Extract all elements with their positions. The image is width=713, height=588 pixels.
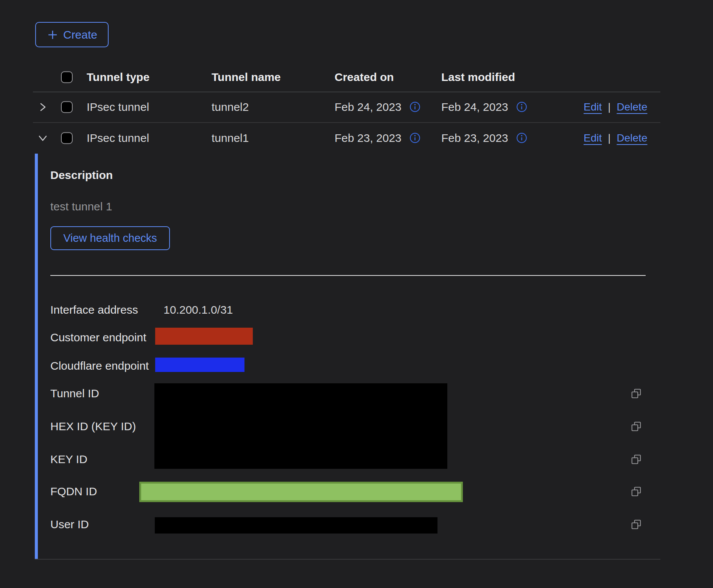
fqdn-id-label: FQDN ID: [50, 485, 97, 497]
delete-link[interactable]: Delete: [617, 101, 648, 113]
copy-tunnel-id-button[interactable]: [629, 387, 643, 400]
info-icon[interactable]: [409, 101, 420, 112]
fqdn-id-redacted-value: [139, 482, 463, 502]
tunnel-type-cell: IPsec tunnel: [87, 132, 149, 145]
interface-address-label: Interface address: [50, 304, 138, 316]
column-header-created-on: Created on: [335, 71, 394, 84]
created-on-date: Feb 23, 2023: [335, 132, 402, 145]
copy-user-id-button[interactable]: [629, 518, 643, 531]
chevron-down-icon: [37, 132, 48, 144]
customer-endpoint-label: Customer endpoint: [50, 331, 146, 343]
tunnel-name-cell: tunnel2: [212, 101, 249, 114]
copy-icon: [630, 420, 642, 432]
info-icon[interactable]: [516, 132, 527, 143]
row-actions: Edit | Delete: [584, 101, 647, 113]
create-button-label: Create: [63, 28, 97, 41]
copy-icon: [630, 518, 642, 530]
copy-icon: [630, 453, 642, 465]
panel-bottom-divider: [35, 559, 660, 560]
created-on-cell: Feb 24, 2023: [335, 101, 420, 114]
tunnel-type-cell: IPsec tunnel: [87, 101, 149, 114]
row-checkbox[interactable]: [61, 101, 73, 113]
last-modified-cell: Feb 23, 2023: [441, 132, 527, 145]
column-header-tunnel-name: Tunnel name: [212, 71, 281, 84]
info-icon[interactable]: [409, 132, 420, 143]
row-checkbox[interactable]: [61, 132, 73, 144]
detail-divider: [50, 275, 646, 276]
select-all-checkbox[interactable]: [61, 71, 73, 83]
user-id-label: User ID: [50, 518, 89, 530]
copy-hex-id-button[interactable]: [629, 420, 643, 433]
cloudflare-endpoint-redacted-value: [155, 358, 244, 372]
table-row-tunnel1: IPsec tunnel tunnel1 Feb 23, 2023 Feb 23…: [33, 122, 660, 154]
tunnel-name-cell: tunnel1: [212, 132, 249, 145]
user-id-redacted-value: [155, 517, 437, 534]
collapse-row-button[interactable]: [36, 131, 50, 145]
delete-link[interactable]: Delete: [617, 132, 648, 144]
view-health-checks-button[interactable]: View health checks: [50, 226, 170, 250]
expanded-row-accent-bar: [35, 154, 38, 559]
created-on-cell: Feb 23, 2023: [335, 132, 420, 145]
chevron-right-icon: [37, 101, 48, 113]
copy-key-id-button[interactable]: [629, 453, 643, 466]
edit-link[interactable]: Edit: [584, 132, 602, 144]
description-value: test tunnel 1: [50, 200, 112, 213]
plus-icon: [47, 29, 59, 41]
table-header: Tunnel type Tunnel name Created on Last …: [33, 62, 660, 92]
copy-fqdn-id-button[interactable]: [629, 485, 643, 498]
info-icon[interactable]: [516, 101, 527, 112]
key-id-label: KEY ID: [50, 453, 87, 465]
create-button[interactable]: Create: [35, 22, 109, 47]
customer-endpoint-redacted-value: [155, 328, 253, 345]
tunnel-id-label: Tunnel ID: [50, 387, 99, 399]
last-modified-date: Feb 24, 2023: [441, 101, 508, 114]
actions-separator: |: [608, 101, 610, 113]
column-header-last-modified: Last modified: [441, 71, 515, 84]
last-modified-cell: Feb 24, 2023: [441, 101, 527, 114]
description-label: Description: [50, 169, 113, 182]
column-header-tunnel-type: Tunnel type: [87, 71, 149, 84]
table-row-tunnel2: IPsec tunnel tunnel2 Feb 24, 2023 Feb 24…: [33, 92, 660, 123]
last-modified-date: Feb 23, 2023: [441, 132, 508, 145]
cloudflare-endpoint-label: Cloudflare endpoint: [50, 360, 149, 372]
expand-row-button[interactable]: [36, 100, 50, 114]
ids-redacted-value: [154, 383, 447, 469]
hex-id-label: HEX ID (KEY ID): [50, 420, 136, 432]
copy-icon: [630, 387, 642, 400]
created-on-date: Feb 24, 2023: [335, 101, 402, 114]
actions-separator: |: [608, 132, 610, 144]
edit-link[interactable]: Edit: [584, 101, 602, 113]
copy-icon: [630, 485, 642, 498]
tunnels-page: Create Tunnel type Tunnel name Created o…: [0, 0, 713, 588]
row-actions: Edit | Delete: [584, 132, 647, 144]
interface-address-value: 10.200.1.0/31: [163, 304, 233, 316]
